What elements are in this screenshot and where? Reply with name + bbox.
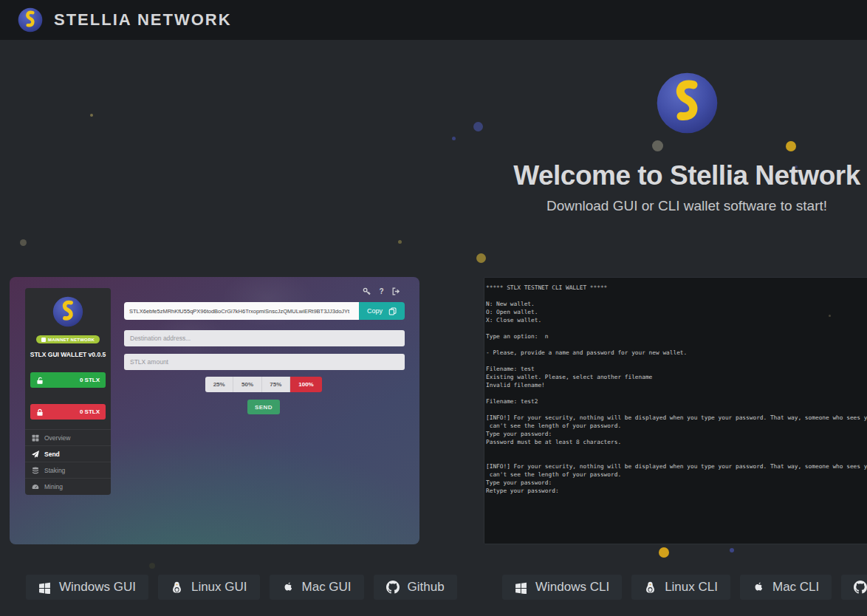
decorative-dot [20, 239, 27, 246]
decorative-dot [730, 548, 734, 552]
download-button-label: Mac CLI [772, 580, 819, 595]
tux-icon [644, 581, 657, 594]
github-icon [854, 581, 867, 594]
stellia-logo-icon [52, 296, 83, 327]
terminal-output: ***** STLX TESTNET CLI WALLET *****N: Ne… [486, 284, 867, 495]
decorative-dot [476, 253, 486, 263]
network-badge: MAINNET NETWORK [36, 335, 100, 343]
help-icon[interactable]: ? [377, 287, 385, 295]
stellia-logo-icon [656, 72, 719, 134]
tux-icon [171, 581, 183, 594]
lock-icon [36, 408, 44, 416]
download-linux-cli-button[interactable]: Linux CLI [631, 575, 730, 600]
stack-icon [32, 467, 39, 474]
copy-button-label: Copy [367, 307, 383, 315]
key-icon[interactable] [363, 287, 371, 295]
percent-100-button[interactable]: 100% [290, 377, 322, 392]
download-button-label: Windows GUI [59, 580, 136, 595]
apple-icon [753, 581, 764, 593]
github-icon [386, 581, 400, 594]
amount-input[interactable] [124, 354, 405, 370]
menu-item-mining[interactable]: Mining [25, 478, 111, 494]
unlocked-balance-value: 0 STLX [80, 377, 100, 383]
navbar-title: STELLIA NETWORK [54, 10, 232, 30]
download-button-label: Github [408, 580, 445, 595]
locked-balance-button[interactable]: 0 STLX [30, 404, 106, 420]
brand-link[interactable]: STELLIA NETWORK [18, 7, 232, 32]
github-cli-button[interactable]: Github [841, 575, 867, 600]
apple-icon [282, 581, 294, 593]
menu-item-label: Staking [44, 467, 65, 474]
hero-section: Welcome to Stellia Network Download GUI … [480, 72, 867, 214]
server-icon [41, 338, 46, 342]
cli-download-group: Windows CLI Linux CLI Mac CLI Github [502, 575, 867, 600]
percent-button-group: 25% 50% 75% 100% [205, 377, 322, 392]
paper-plane-icon [32, 451, 39, 458]
menu-item-label: Overview [44, 434, 70, 442]
decorative-dot [149, 563, 155, 569]
download-mac-gui-button[interactable]: Mac GUI [270, 575, 364, 600]
stellia-landing-page: STELLIA NETWORK Welcome to Stellia Netwo… [0, 0, 867, 616]
page-title: Welcome to Stellia Network [480, 160, 867, 191]
download-mac-cli-button[interactable]: Mac CLI [740, 575, 832, 600]
wallet-version: STLX GUI WALLET v0.0.5 [25, 351, 111, 358]
menu-item-label: Send [44, 451, 60, 458]
download-button-label: Linux CLI [665, 580, 718, 595]
network-badge-label: MAINNET NETWORK [48, 338, 95, 342]
download-button-label: Linux GUI [191, 580, 247, 595]
decorative-dot [659, 547, 669, 558]
cli-wallet-terminal: ***** STLX TESTNET CLI WALLET *****N: Ne… [484, 277, 867, 544]
gauge-icon [32, 483, 39, 490]
unlock-icon [36, 377, 44, 384]
percent-50-button[interactable]: 50% [233, 377, 261, 392]
destination-address-input[interactable] [124, 330, 405, 346]
windows-icon [38, 581, 51, 594]
sign-out-icon[interactable] [392, 287, 400, 295]
percent-75-button[interactable]: 75% [262, 377, 290, 392]
decorative-dot [398, 240, 402, 244]
gui-download-group: Windows GUI Linux GUI Mac GUI Github [26, 575, 457, 600]
stellia-logo-icon [18, 7, 43, 32]
download-linux-gui-button[interactable]: Linux GUI [158, 575, 260, 600]
wallet-address-field[interactable]: STLX6ebfe5zMRhKfU55qPX96todBoCrGi7kH6Trx… [124, 302, 359, 320]
unlocked-balance-button[interactable]: 0 STLX [30, 372, 106, 388]
navbar: STELLIA NETWORK [0, 0, 867, 40]
wallet-sidebar: MAINNET NETWORK STLX GUI WALLET v0.0.5 0… [25, 288, 111, 495]
decorative-dot [90, 114, 93, 117]
wallet-address-row: STLX6ebfe5zMRhKfU55qPX96todBoCrGi7kH6Trx… [124, 302, 405, 320]
percent-25-button[interactable]: 25% [205, 377, 233, 392]
wallet-toolbar: ? [363, 287, 400, 295]
download-button-label: Mac GUI [302, 580, 352, 595]
menu-item-label: Mining [44, 483, 63, 490]
download-windows-gui-button[interactable]: Windows GUI [26, 575, 148, 600]
gui-wallet-preview: MAINNET NETWORK STLX GUI WALLET v0.0.5 0… [10, 277, 419, 544]
page-subtitle: Download GUI or CLI wallet software to s… [480, 198, 867, 214]
menu-item-overview[interactable]: Overview [25, 429, 111, 445]
wallet-menu: Overview Send Staking [25, 429, 111, 494]
send-button[interactable]: SEND [247, 400, 280, 414]
windows-icon [515, 581, 527, 594]
download-windows-cli-button[interactable]: Windows CLI [502, 575, 622, 600]
menu-item-staking[interactable]: Staking [25, 462, 111, 478]
download-button-label: Windows CLI [535, 580, 609, 595]
copy-icon [388, 307, 397, 315]
decorative-dot [452, 137, 456, 140]
menu-item-send[interactable]: Send [25, 445, 111, 462]
decorative-dot [829, 315, 831, 317]
locked-balance-value: 0 STLX [80, 408, 100, 415]
copy-address-button[interactable]: Copy [359, 302, 405, 320]
grid-icon [32, 434, 39, 442]
github-gui-button[interactable]: Github [374, 575, 457, 600]
